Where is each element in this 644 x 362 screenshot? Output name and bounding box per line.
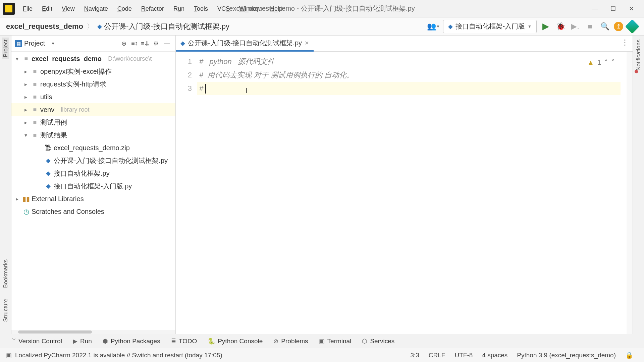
text-cursor	[205, 84, 206, 94]
toolbox-app-icon[interactable]	[627, 21, 638, 32]
chevron-right-icon[interactable]: ▸	[22, 81, 30, 87]
collapse-all-button[interactable]: ≡⇊	[140, 38, 151, 49]
tree-item-python-file[interactable]: ◆接口自动化框架-入门版.py	[11, 180, 175, 192]
breadcrumb-root[interactable]: excel_requests_demo	[6, 22, 83, 31]
project-view-selector[interactable]: ▦ Project ▼	[15, 40, 55, 47]
structure-tool-button[interactable]: Structure	[2, 297, 9, 324]
editor-tab[interactable]: ◆ 公开课-入门级-接口自动化测试框架.py ✕	[176, 36, 314, 52]
services-tool-button[interactable]: ⬡Services	[359, 338, 397, 345]
select-opened-file-button[interactable]: ⊕	[118, 38, 129, 49]
close-tab-button[interactable]: ✕	[305, 40, 309, 46]
editor-marker-bar[interactable]	[627, 52, 633, 334]
tree-external-libraries[interactable]: ▸▮▮External Libraries	[11, 192, 175, 205]
tree-item-folder[interactable]: ▸■utils	[11, 90, 175, 103]
tree-root[interactable]: ▾ ■ excel_requests_demo D:\work\course\t	[11, 52, 175, 65]
scratches-icon: ◷	[22, 207, 30, 216]
chevron-down-icon: ▼	[528, 24, 532, 29]
menu-view[interactable]: View	[57, 0, 79, 17]
breadcrumb-file[interactable]: ◆ 公开课-入门级-接口自动化测试框架.py	[97, 21, 229, 32]
search-everywhere-button[interactable]: 🔍	[599, 21, 610, 32]
window-minimize-button[interactable]: —	[590, 4, 600, 13]
status-bar: ▣ Localized PyCharm 2022.1 is available …	[0, 348, 644, 362]
chevron-right-icon[interactable]: ▸	[22, 68, 30, 75]
python-console-tool-button[interactable]: 🐍Python Console	[205, 338, 265, 345]
menu-code[interactable]: Code	[113, 0, 137, 17]
expand-all-button[interactable]: ≡↕	[129, 38, 140, 49]
menu-file[interactable]: File	[18, 0, 37, 17]
tree-item-venv[interactable]: ▸■venv library root	[11, 103, 175, 116]
menu-refactor[interactable]: Refactor	[137, 0, 169, 17]
chevron-right-icon[interactable]: ▸	[13, 196, 21, 202]
problems-tool-button[interactable]: ⊘Problems	[271, 338, 311, 345]
menu-run[interactable]: Run	[169, 0, 189, 17]
tree-item-folder[interactable]: ▾■测试结果	[11, 129, 175, 141]
editor-area: ◆ 公开课-入门级-接口自动化测试框架.py ✕ ⋮ 1 2 3 # pytho…	[176, 36, 633, 334]
project-tree[interactable]: ▾ ■ excel_requests_demo D:\work\course\t…	[11, 52, 175, 330]
run-button[interactable]: ▶	[540, 21, 551, 32]
read-only-toggle-icon[interactable]: 🔒	[621, 351, 638, 359]
code-with-me-button[interactable]: 👥 ▼	[428, 21, 440, 32]
mouse-ibeam-icon: Ⅰ	[245, 84, 252, 94]
todo-tool-button[interactable]: ≣TODO	[168, 338, 200, 345]
tree-item-python-file[interactable]: ◆公开课-入门级-接口自动化测试框架.py	[11, 154, 175, 167]
chevron-down-icon[interactable]: ▾	[13, 56, 21, 62]
run-configuration-selector[interactable]: ◆ 接口自动化框架-入门版 ▼	[443, 20, 537, 33]
project-tool-button[interactable]: Project	[2, 38, 9, 59]
menu-tools[interactable]: Tools	[189, 0, 213, 17]
python-file-icon: ◆	[44, 170, 52, 177]
warning-icon: ⊘	[273, 338, 278, 345]
breadcrumb: excel_requests_demo 〉 ◆ 公开课-入门级-接口自动化测试框…	[0, 21, 229, 32]
folder-icon: ■	[31, 106, 39, 113]
chevron-right-icon[interactable]: ▸	[22, 107, 30, 113]
line-separator[interactable]: CRLF	[424, 352, 450, 359]
status-message[interactable]: Localized PyCharm 2022.1 is available //…	[15, 352, 222, 359]
ide-updates-button[interactable]: ↥	[614, 22, 623, 31]
chevron-down-icon[interactable]: ▾	[22, 132, 30, 138]
menu-edit[interactable]: Edit	[37, 0, 57, 17]
right-tool-rail: Notifications	[633, 36, 644, 334]
tool-windows-toggle-icon[interactable]: ▣	[6, 352, 15, 359]
tree-item-zip[interactable]: 🗜excel_requests_demo.zip	[11, 141, 175, 154]
python-file-icon: ◆	[448, 23, 453, 30]
editor-more-button[interactable]: ⋮	[621, 38, 629, 47]
folder-icon: ■	[31, 132, 39, 139]
chevron-right-icon[interactable]: ▸	[22, 119, 30, 126]
debug-button[interactable]: 🐞	[555, 21, 566, 32]
code-editor[interactable]: 1 2 3 # python 源代码文件 # 用代码去实现 对于 测试用例执行的…	[176, 52, 633, 334]
project-settings-button[interactable]: ⚙	[151, 38, 161, 49]
package-icon: ⬢	[103, 338, 108, 345]
services-icon: ⬡	[362, 338, 367, 345]
play-icon: ▶	[73, 338, 77, 345]
tree-scratches[interactable]: ◷Scratches and Consoles	[11, 205, 175, 218]
menu-navigate[interactable]: Navigate	[79, 0, 113, 17]
chevron-down-icon: ▼	[47, 41, 55, 46]
stop-button[interactable]: ■	[584, 21, 596, 32]
hide-panel-button[interactable]: —	[161, 38, 172, 49]
branch-icon: ᛘ	[12, 338, 16, 345]
tree-item-folder[interactable]: ▸■openpyxl实例-excel操作	[11, 65, 175, 78]
code-line: # python 源代码文件	[199, 55, 623, 68]
folder-icon: ■	[31, 81, 39, 88]
tree-item-folder[interactable]: ▸■requests实例-http请求	[11, 78, 175, 90]
indent-settings[interactable]: 4 spaces	[477, 352, 512, 359]
code-line: # 用代码去实现 对于 测试用例执行的 自动化。	[199, 68, 623, 82]
terminal-tool-button[interactable]: ▣Terminal	[316, 338, 354, 345]
file-encoding[interactable]: UTF-8	[450, 352, 477, 359]
tree-item-folder[interactable]: ▸■测试用例	[11, 116, 175, 129]
bookmarks-tool-button[interactable]: Bookmarks	[2, 257, 9, 290]
window-maximize-button[interactable]: ☐	[608, 4, 618, 13]
run-tool-button[interactable]: ▶Run	[70, 338, 95, 345]
folder-icon: ■	[31, 119, 39, 126]
notifications-tool-button[interactable]: Notifications	[635, 38, 642, 73]
tree-item-python-file[interactable]: ◆接口自动化框架.py	[11, 167, 175, 180]
python-interpreter[interactable]: Python 3.9 (excel_requests_demo)	[512, 352, 621, 359]
bottom-tool-bar: ᛘVersion Control ▶Run ⬢Python Packages ≣…	[0, 334, 644, 348]
archive-icon: 🗜	[44, 144, 52, 152]
python-packages-tool-button[interactable]: ⬢Python Packages	[100, 338, 163, 345]
horizontal-scrollbar[interactable]	[11, 330, 175, 334]
caret-position[interactable]: 3:3	[406, 352, 424, 359]
chevron-right-icon[interactable]: ▸	[22, 94, 30, 100]
run-with-coverage-button[interactable]: ▶.	[570, 21, 581, 32]
version-control-tool-button[interactable]: ᛘVersion Control	[9, 338, 65, 345]
window-close-button[interactable]: ✕	[627, 4, 636, 13]
